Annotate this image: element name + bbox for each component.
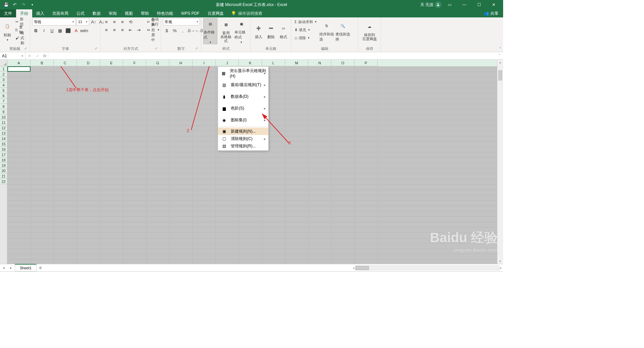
row-header[interactable]: 5: [0, 88, 7, 93]
row-header[interactable]: 2: [0, 72, 7, 77]
align-left-icon[interactable]: ≡: [103, 26, 110, 33]
close-icon[interactable]: ✕: [487, 0, 500, 9]
indent-decrease-icon[interactable]: ⇤: [127, 26, 134, 33]
row-header[interactable]: 15: [0, 141, 7, 147]
minimize-icon[interactable]: —: [458, 0, 471, 9]
border-button[interactable]: ▦: [56, 27, 64, 34]
enter-formula-icon[interactable]: ✓: [34, 54, 42, 58]
conditional-formatting-button[interactable]: ▤ 条件格式 ▾: [203, 18, 217, 44]
sheet-tab[interactable]: Sheet1: [15, 264, 37, 271]
increase-decimal-icon[interactable]: .0→: [187, 27, 195, 34]
tab-view[interactable]: 视图: [121, 9, 137, 17]
sort-filter-button[interactable]: ⇅排序和筛选: [319, 18, 334, 44]
menu-color-scales[interactable]: ▆色阶(S)▸: [218, 102, 268, 114]
column-header[interactable]: P: [355, 60, 378, 66]
column-header[interactable]: E: [100, 60, 123, 66]
save-baidu-button[interactable]: ☁保存到 百度网盘: [360, 18, 379, 44]
formula-input[interactable]: [48, 52, 496, 59]
dialog-launcher-icon[interactable]: ⤢: [154, 47, 159, 51]
tab-page-layout[interactable]: 页面布局: [48, 9, 72, 17]
font-name-combo[interactable]: 等线▾: [32, 18, 76, 25]
orientation-icon[interactable]: ⟲: [127, 18, 134, 25]
font-size-combo[interactable]: 11▾: [76, 18, 89, 25]
menu-highlight-rules[interactable]: ▦突出显示单元格规则(H)▸: [218, 67, 268, 79]
row-header[interactable]: 20: [0, 168, 7, 173]
paste-button[interactable]: 📋 粘贴 ▾: [2, 18, 13, 44]
row-header[interactable]: 8: [0, 104, 7, 109]
row-header[interactable]: 16: [0, 147, 7, 152]
align-top-icon[interactable]: ≡: [103, 18, 110, 25]
column-header[interactable]: L: [262, 60, 285, 66]
autosum-button[interactable]: Σ自动求和▾: [293, 18, 318, 25]
percent-icon[interactable]: %: [171, 27, 178, 34]
tab-baidu-netdisk[interactable]: 百度网盘: [204, 9, 228, 17]
fill-color-button[interactable]: ⬛: [64, 27, 72, 34]
qat-dropdown-icon[interactable]: ▾: [28, 1, 36, 9]
dialog-launcher-icon[interactable]: ⤢: [194, 47, 199, 51]
tab-formulas[interactable]: 公式: [72, 9, 89, 17]
row-header[interactable]: 12: [0, 125, 7, 131]
avatar-icon[interactable]: [435, 1, 441, 8]
row-header[interactable]: 1: [0, 66, 7, 72]
row-header[interactable]: 17: [0, 152, 7, 157]
column-header[interactable]: N: [308, 60, 331, 66]
format-cells-button[interactable]: ▭格式: [278, 18, 289, 44]
column-header[interactable]: I: [193, 60, 216, 66]
column-header[interactable]: B: [31, 60, 54, 66]
row-header[interactable]: 11: [0, 120, 7, 125]
sheet-nav-next-icon[interactable]: ▸: [7, 266, 15, 270]
dialog-launcher-icon[interactable]: ⤢: [94, 47, 98, 51]
hscroll-thumb[interactable]: [356, 266, 369, 270]
phonetic-button[interactable]: wén: [80, 27, 88, 34]
column-header[interactable]: D: [77, 60, 100, 66]
hscroll-track[interactable]: [355, 266, 499, 270]
row-header[interactable]: 14: [0, 136, 7, 141]
italic-button[interactable]: I: [40, 27, 48, 34]
menu-manage-rules[interactable]: ▤管理规则(R)...: [218, 142, 268, 150]
column-header[interactable]: H: [169, 60, 193, 66]
redo-icon[interactable]: ↷: [19, 1, 28, 9]
tab-review[interactable]: 审阅: [105, 9, 121, 17]
sheet-nav-prev-icon[interactable]: ◂: [0, 266, 7, 270]
find-select-button[interactable]: 🔍查找和选择: [335, 18, 350, 44]
column-header[interactable]: C: [54, 60, 77, 66]
row-header[interactable]: 9: [0, 109, 7, 115]
format-painter-button[interactable]: 🖌格式刷: [14, 34, 28, 42]
font-color-button[interactable]: A: [72, 27, 80, 34]
fill-button[interactable]: ⬇填充▾: [293, 26, 318, 33]
tab-data[interactable]: 数据: [89, 9, 105, 17]
row-header[interactable]: 22: [0, 179, 7, 184]
cancel-formula-icon[interactable]: ✕: [25, 54, 34, 58]
name-box[interactable]: A1▾: [0, 52, 25, 59]
hscroll-left-icon[interactable]: ◂: [353, 266, 355, 270]
format-as-table-button[interactable]: ▦ 套用 表格格式: [219, 18, 233, 44]
hscroll-right-icon[interactable]: ▸: [500, 266, 502, 270]
column-header[interactable]: G: [146, 60, 169, 66]
ribbon-display-icon[interactable]: ▭: [443, 0, 456, 9]
share-button[interactable]: 👥共享: [479, 9, 503, 17]
merge-center-button[interactable]: ⇔合并后居中▾: [146, 26, 161, 33]
add-sheet-icon[interactable]: ⊕: [37, 266, 45, 270]
number-format-combo[interactable]: 常规▾: [163, 18, 200, 25]
active-cell[interactable]: [7, 66, 31, 72]
menu-top-bottom-rules[interactable]: ▥最前/最后规则(T)▸: [218, 79, 268, 91]
cut-button[interactable]: ✂剪切: [14, 18, 28, 25]
maximize-icon[interactable]: ☐: [472, 0, 486, 9]
row-header[interactable]: 4: [0, 82, 7, 88]
menu-data-bars[interactable]: ▮数据条(D)▸: [218, 91, 268, 102]
row-header[interactable]: 6: [0, 93, 7, 98]
row-header[interactable]: 10: [0, 115, 7, 120]
menu-icon-sets[interactable]: ◉图标集(I)▸: [218, 114, 268, 126]
scroll-thumb[interactable]: [498, 70, 502, 80]
currency-icon[interactable]: $: [163, 27, 170, 34]
column-header[interactable]: J: [216, 60, 239, 66]
select-all-button[interactable]: [0, 60, 7, 66]
align-bottom-icon[interactable]: ≡: [119, 18, 126, 25]
scroll-down-icon[interactable]: ▾: [497, 259, 503, 264]
column-header[interactable]: M: [285, 60, 308, 66]
cells-area[interactable]: ▦突出显示单元格规则(H)▸ ▥最前/最后规则(T)▸ ▮数据条(D)▸ ▆色阶…: [7, 66, 497, 264]
user-name[interactable]: 天 无涯: [420, 2, 433, 8]
row-header[interactable]: 7: [0, 98, 7, 104]
tab-insert[interactable]: 插入: [32, 9, 48, 17]
column-header[interactable]: A: [7, 60, 31, 66]
